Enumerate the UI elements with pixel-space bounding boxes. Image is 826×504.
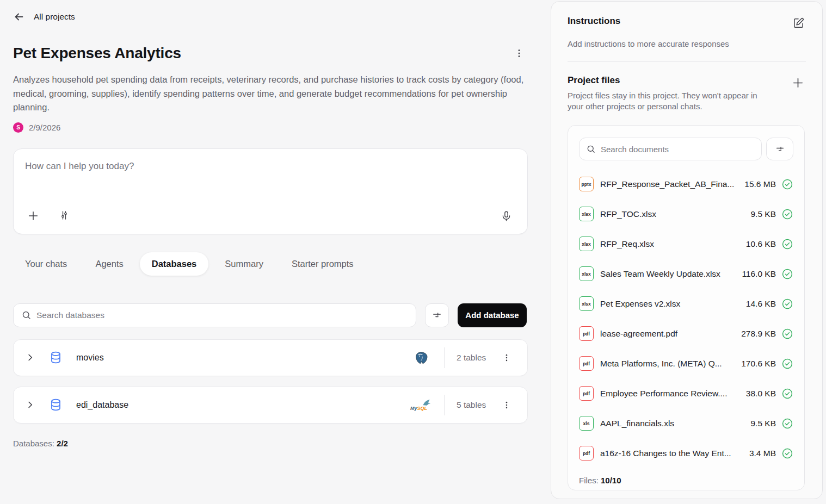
back-label: All projects: [34, 12, 75, 22]
tools-button[interactable]: [57, 208, 72, 224]
tab-summary[interactable]: Summary: [213, 252, 275, 276]
microphone-icon: [501, 210, 512, 222]
file-type-badge: xlsx: [579, 296, 594, 311]
file-size: 14.6 KB: [746, 299, 776, 309]
chevron-right-icon[interactable]: [26, 400, 35, 409]
file-row[interactable]: xlsx Sales Team Weekly Update.xlsx 116.0…: [579, 259, 793, 289]
add-file-button[interactable]: [790, 75, 806, 91]
tab-databases[interactable]: Databases: [140, 252, 209, 276]
project-files-card: pptx RFP_Response_Packet_AB_Fina... 15.6…: [568, 125, 805, 490]
file-row[interactable]: pdf lease-agreement.pdf 278.9 KB: [579, 319, 793, 349]
mysql-icon: MySQL: [410, 399, 432, 412]
filter-icon: [432, 310, 442, 321]
divider: [568, 61, 806, 62]
database-search-input[interactable]: [36, 310, 408, 320]
file-list: pptx RFP_Response_Packet_AB_Fina... 15.6…: [579, 169, 793, 468]
database-filter-button[interactable]: [425, 303, 449, 327]
database-name: edi_database: [76, 400, 128, 410]
file-row[interactable]: xls AAPL_financials.xls 9.5 KB: [579, 408, 793, 438]
file-name: Meta Platforms, Inc. (META) Q...: [600, 359, 737, 369]
file-row[interactable]: xlsx Pet Expenses v2.xlsx 14.6 KB: [579, 289, 793, 319]
divider: [444, 395, 445, 415]
tab-your-chats[interactable]: Your chats: [13, 252, 79, 276]
table-count: 5 tables: [457, 400, 490, 410]
database-menu-button[interactable]: [498, 349, 515, 366]
database-icon: [49, 351, 63, 364]
back-to-projects[interactable]: All projects: [13, 11, 528, 23]
file-size: 278.9 KB: [741, 329, 776, 339]
file-name: Employee Performance Review....: [600, 389, 742, 399]
table-count: 2 tables: [457, 353, 490, 363]
file-type-badge: pdf: [579, 326, 594, 341]
file-row[interactable]: pdf Meta Platforms, Inc. (META) Q... 170…: [579, 349, 793, 378]
check-circle-icon: [781, 418, 793, 430]
plus-icon: [27, 210, 39, 222]
project-description: Analyzes household pet spending data fro…: [13, 73, 526, 115]
check-circle-icon: [781, 208, 793, 220]
database-name: movies: [76, 353, 104, 363]
instructions-subtitle: Add instructions to more accurate respon…: [568, 39, 806, 48]
document-search-input[interactable]: [601, 145, 755, 154]
project-tabs: Your chats Agents Databases Summary Star…: [13, 252, 528, 276]
file-type-badge: xlsx: [579, 266, 594, 281]
file-size: 38.0 KB: [746, 389, 776, 399]
file-size: 10.6 KB: [746, 239, 776, 249]
owner-avatar: S: [13, 122, 23, 133]
file-name: a16z-16 Changes to the Way Ent...: [600, 449, 745, 458]
file-size: 116.0 KB: [742, 269, 776, 279]
kebab-icon: [502, 353, 511, 363]
page-title: Pet Expenses Analytics: [13, 45, 181, 62]
file-name: lease-agreement.pdf: [600, 329, 737, 339]
database-menu-button[interactable]: [498, 396, 515, 414]
chevron-right-icon[interactable]: [26, 353, 35, 362]
file-size: 15.6 MB: [744, 179, 776, 189]
kebab-icon: [502, 400, 511, 410]
edit-icon: [792, 17, 805, 29]
file-type-badge: xlsx: [579, 207, 594, 221]
back-arrow-icon: [13, 11, 25, 23]
project-date: 2/9/2026: [29, 123, 60, 132]
attach-button[interactable]: [25, 208, 41, 224]
project-meta: S 2/9/2026: [13, 122, 528, 133]
file-name: Pet Expenses v2.xlsx: [600, 299, 742, 309]
file-size: 9.5 KB: [750, 419, 776, 428]
main-column: All projects Pet Expenses Analytics Anal…: [13, 0, 528, 448]
file-type-badge: pdf: [579, 386, 594, 401]
document-filter-button[interactable]: [766, 138, 793, 160]
file-type-badge: xlsx: [579, 237, 594, 251]
mic-button[interactable]: [498, 208, 514, 224]
file-name: AAPL_financials.xls: [600, 419, 746, 428]
file-type-badge: pptx: [579, 177, 594, 191]
check-circle-icon: [781, 268, 793, 280]
project-menu-button[interactable]: [510, 45, 528, 62]
file-name: RFP_TOC.xlsx: [600, 209, 746, 219]
file-row[interactable]: pdf a16z-16 Changes to the Way Ent... 3.…: [579, 438, 793, 468]
file-type-badge: pdf: [579, 446, 594, 461]
divider: [444, 347, 445, 368]
tab-agents[interactable]: Agents: [83, 252, 135, 276]
kebab-icon: [514, 48, 525, 59]
project-page: All projects Pet Expenses Analytics Anal…: [0, 0, 826, 504]
file-size: 3.4 MB: [749, 449, 776, 458]
file-name: RFP_Response_Packet_AB_Fina...: [600, 179, 740, 189]
edit-instructions-button[interactable]: [791, 16, 806, 30]
file-type-badge: pdf: [579, 356, 594, 371]
check-circle-icon: [781, 298, 793, 310]
project-sidebar: Instructions Add instructions to more ac…: [551, 1, 823, 499]
file-row[interactable]: pptx RFP_Response_Packet_AB_Fina... 15.6…: [579, 169, 793, 199]
project-files-subtitle: Project files stay in this project. They…: [568, 90, 773, 112]
tab-starter-prompts[interactable]: Starter prompts: [280, 252, 366, 276]
instructions-title: Instructions: [568, 16, 620, 27]
database-search[interactable]: [13, 303, 416, 327]
file-row[interactable]: xlsx RFP_TOC.xlsx 9.5 KB: [579, 199, 793, 229]
document-search[interactable]: [579, 138, 762, 160]
database-row-movies[interactable]: movies 2 tables: [13, 339, 528, 376]
chat-composer[interactable]: [13, 148, 528, 234]
chat-input[interactable]: [25, 161, 504, 172]
database-count: Databases: 2/2: [13, 439, 528, 448]
add-database-button[interactable]: Add database: [458, 303, 527, 327]
file-row[interactable]: pdf Employee Performance Review.... 38.0…: [579, 378, 793, 408]
file-row[interactable]: xlsx RFP_Req.xlsx 10.6 KB: [579, 229, 793, 259]
database-row-edi-database[interactable]: edi_database MySQL 5 tables: [13, 387, 528, 424]
check-circle-icon: [781, 447, 793, 459]
